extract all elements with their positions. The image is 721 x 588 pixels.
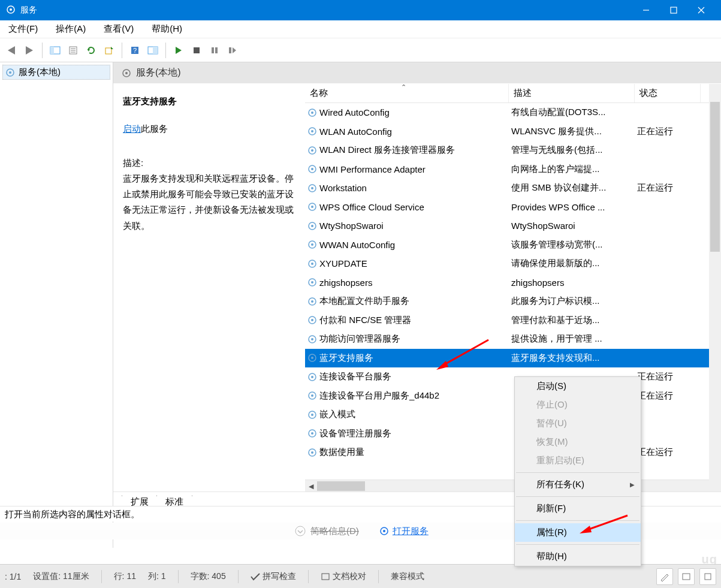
service-desc-cell: WtyShopSwaroi: [509, 221, 635, 231]
service-desc-cell: Provides WPS Office ...: [509, 202, 635, 212]
scroll-thumb[interactable]: [317, 481, 365, 491]
service-name-cell: Workstation: [305, 183, 509, 193]
horizontal-scrollbar[interactable]: ◀ ▶: [305, 480, 721, 491]
service-row[interactable]: 设备管理注册服务: [305, 424, 721, 444]
ctx-resume: 恢复(M): [515, 433, 641, 451]
service-row[interactable]: 本地配置文件助手服务此服务为订户标识模...: [305, 292, 721, 311]
service-desc-cell: 管理付款和基于近场...: [509, 315, 635, 326]
expand-icon[interactable]: [699, 568, 716, 585]
svg-rect-13: [105, 48, 111, 54]
service-row[interactable]: 连接设备平台服务正在运行: [305, 367, 721, 387]
svg-line-70: [442, 340, 488, 366]
service-row[interactable]: WWAN AutoConfig该服务管理移动宽带(...: [305, 236, 721, 255]
service-status-cell: 正在运行: [635, 126, 701, 137]
service-desc-cell: 管理与无线服务(包括...: [509, 144, 635, 156]
svg-marker-71: [436, 361, 448, 370]
scroll-thumb[interactable]: [710, 102, 720, 252]
menu-file[interactable]: 文件(F): [6, 21, 40, 37]
menu-view[interactable]: 查看(V): [101, 21, 136, 37]
ctx-alltasks[interactable]: 所有任务(K): [515, 475, 641, 494]
svg-point-42: [311, 225, 313, 227]
service-row[interactable]: XYUPDATE请确保使用最新版的...: [305, 254, 721, 273]
service-name-cell: 本地配置文件助手服务: [305, 295, 509, 307]
set-value[interactable]: 设置值: 11厘米: [33, 571, 89, 582]
desc-text: 蓝牙服务支持发现和关联远程蓝牙设备。停止或禁用此服务可能会导致已安装的蓝牙设备无…: [123, 171, 295, 234]
minimize-button[interactable]: [632, 0, 660, 20]
vertical-scrollbar[interactable]: [709, 84, 721, 491]
col-header-desc[interactable]: 描述: [509, 84, 635, 102]
svg-rect-22: [215, 47, 218, 53]
menu-help[interactable]: 帮助(H): [149, 21, 185, 37]
service-row[interactable]: 数据使用量正在运行: [305, 443, 721, 462]
chevron-down-icon: [295, 526, 306, 536]
service-name: 蓝牙支持服务: [123, 94, 295, 109]
annotation-arrow-icon: [577, 512, 631, 539]
close-button[interactable]: [687, 0, 715, 20]
service-row[interactable]: Workstation使用 SMB 协议创建并...正在运行: [305, 179, 721, 198]
svg-rect-75: [683, 574, 690, 580]
refresh-button[interactable]: [83, 43, 99, 58]
properties-button[interactable]: [65, 43, 81, 58]
brief-info-label[interactable]: 简略信息(D): [310, 526, 359, 537]
svg-rect-21: [212, 47, 214, 53]
service-row[interactable]: 嵌入模式: [305, 405, 721, 424]
svg-text:?: ?: [133, 47, 137, 54]
service-desc-cell: 该服务管理移动宽带(...: [509, 239, 635, 251]
start-link[interactable]: 启动: [123, 123, 141, 134]
separator: [516, 544, 639, 545]
line-indicator[interactable]: 行: 11: [114, 571, 136, 582]
svg-rect-7: [50, 47, 54, 54]
start-service-button[interactable]: [171, 43, 186, 58]
char-count[interactable]: 字数: 405: [191, 571, 226, 582]
service-row[interactable]: 连接设备平台用户服务_d44b2正在运行: [305, 387, 721, 406]
col-header-name[interactable]: 名称⌃: [305, 84, 509, 102]
scroll-left-button[interactable]: ◀: [305, 480, 317, 492]
service-row[interactable]: Wired AutoConfig有线自动配置(DOT3S...: [305, 103, 721, 122]
export-button[interactable]: [101, 43, 117, 58]
tree-item-services-local[interactable]: 服务(本地): [2, 65, 110, 80]
service-row[interactable]: WMI Performance Adapter向网络上的客户端提...: [305, 160, 721, 179]
service-name-cell: WLAN AutoConfig: [305, 126, 509, 137]
svg-point-64: [311, 432, 313, 435]
svg-point-32: [311, 130, 313, 132]
service-name-cell: WMI Performance Adapter: [305, 164, 509, 174]
col-indicator[interactable]: 列: 1: [148, 571, 166, 582]
service-desc-cell: 此服务为订户标识模...: [509, 295, 635, 307]
service-row[interactable]: 蓝牙支持服务蓝牙服务支持发现和...: [305, 349, 721, 368]
col-header-status[interactable]: 状态: [635, 84, 701, 102]
proofing[interactable]: 文档校对: [321, 571, 366, 582]
service-row[interactable]: 功能访问管理器服务提供设施，用于管理 ...: [305, 330, 721, 349]
service-desc-cell: 使用 SMB 协议创建并...: [509, 182, 635, 194]
console-button[interactable]: [145, 43, 161, 58]
pause-service-button[interactable]: [207, 43, 222, 58]
compat-mode[interactable]: 兼容模式: [391, 571, 424, 582]
maximize-button[interactable]: [660, 0, 687, 20]
service-row[interactable]: WLAN Direct 服务连接管理器服务管理与无线服务(包括...: [305, 141, 721, 160]
service-row[interactable]: 付款和 NFC/SE 管理器管理付款和基于近场...: [305, 311, 721, 330]
service-name-cell: zhigshopsers: [305, 278, 509, 288]
separator: [516, 472, 639, 473]
show-hide-tree-button[interactable]: [47, 43, 63, 58]
spellcheck[interactable]: 拼写检查: [251, 571, 296, 582]
forward-button[interactable]: [22, 43, 37, 58]
ctx-help[interactable]: 帮助(H): [515, 547, 641, 566]
restart-service-button[interactable]: [225, 43, 240, 58]
service-row[interactable]: WtyShopSwaroiWtyShopSwaroi: [305, 216, 721, 236]
service-row[interactable]: WLAN AutoConfigWLANSVC 服务提供...正在运行: [305, 122, 721, 141]
ctx-pause: 暂停(U): [515, 414, 641, 433]
help-button[interactable]: ?: [127, 43, 143, 58]
ctx-start[interactable]: 启动(S): [515, 377, 641, 396]
edit-mode-icon[interactable]: [656, 568, 673, 585]
menu-action[interactable]: 操作(A): [53, 21, 88, 37]
open-services-link[interactable]: 打开服务: [393, 526, 429, 537]
service-row[interactable]: zhigshopserszhigshopsers: [305, 273, 721, 293]
start-suffix: 此服务: [141, 123, 168, 134]
service-desc-cell: 有线自动配置(DOT3S...: [509, 107, 635, 118]
page-indicator[interactable]: : 1/1: [5, 572, 21, 581]
service-desc-cell: 蓝牙服务支持发现和...: [509, 352, 635, 364]
service-row[interactable]: WPS Office Cloud ServiceProvides WPS Off…: [305, 198, 721, 217]
stop-service-button[interactable]: [189, 43, 204, 58]
back-button[interactable]: [4, 43, 19, 58]
view-mode-icon[interactable]: [678, 568, 695, 585]
service-desc-cell: 请确保使用最新版的...: [509, 258, 635, 269]
